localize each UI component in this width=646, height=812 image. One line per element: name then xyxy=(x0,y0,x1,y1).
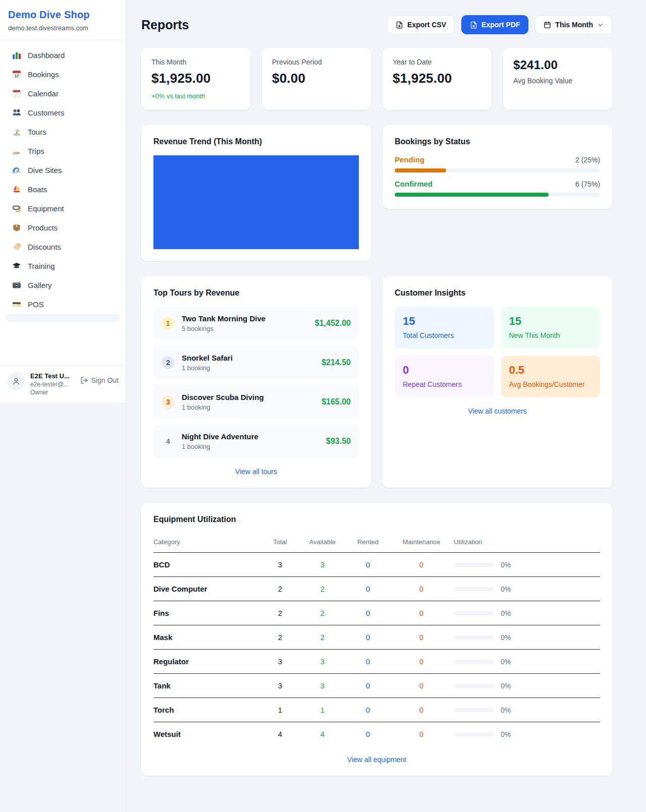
top-tours-title: Top Tours by Revenue xyxy=(153,288,359,298)
tour-name: Two Tank Morning Dive xyxy=(182,314,265,323)
stat-card-avg-booking-value: $241.00 Avg Booking Value xyxy=(503,48,612,110)
avatar xyxy=(7,372,25,390)
stat-delta: +0% vs last month xyxy=(151,92,240,100)
sidebar-item-boats[interactable]: Boats xyxy=(6,180,120,199)
file-download-icon xyxy=(470,21,477,29)
sidebar-item-equipment[interactable]: Equipment xyxy=(6,199,120,218)
col-header-available: Available xyxy=(298,533,347,553)
sidebar-item-trips[interactable]: Trips xyxy=(6,141,120,160)
sidebar-item-discounts[interactable]: Discounts xyxy=(6,237,120,256)
stat-label: This Month xyxy=(151,58,240,66)
rank-badge: 1 xyxy=(162,317,175,330)
status-bar-fill xyxy=(395,168,446,172)
tour-name: Snorkel Safari xyxy=(182,354,233,362)
equipment-utilization-card: Equipment Utilization Category Total Ava… xyxy=(141,503,612,776)
sidebar-item-label: Dashboard xyxy=(28,51,65,60)
sidebar-user-footer: E2E Test U... e2e-tester@... Owner Sign … xyxy=(0,365,126,402)
sidebar-item-bookings[interactable]: 17 Bookings xyxy=(6,65,120,84)
sidebar-item-label: Equipment xyxy=(28,204,64,213)
water-wave-icon xyxy=(12,165,21,175)
calendar-date-icon: 17 xyxy=(12,70,21,79)
export-csv-button[interactable]: Export CSV xyxy=(387,15,455,34)
tour-amount: $1,452.00 xyxy=(315,319,351,328)
export-pdf-button[interactable]: Export PDF xyxy=(461,15,528,34)
chevron-down-icon xyxy=(597,22,604,28)
tour-row: 1 Two Tank Morning Dive 5 bookings $1,45… xyxy=(153,307,359,340)
sidebar-item-tours[interactable]: Tours xyxy=(6,122,120,141)
utilization-bar xyxy=(454,635,494,640)
view-all-equipment-link[interactable]: View all equipment xyxy=(153,756,600,764)
status-label: Pending xyxy=(395,155,424,164)
utilization-bar xyxy=(454,708,494,712)
sidebar-item-dive-sites[interactable]: Dive Sites xyxy=(6,160,120,180)
tile-label: Avg Bookings/Customer xyxy=(509,380,593,388)
tour-amount: $165.00 xyxy=(321,397,351,407)
sidebar-item-label: Calendar xyxy=(28,89,59,98)
sidebar-item-label: Boats xyxy=(28,185,47,194)
tour-name: Discover Scuba Diving xyxy=(182,393,264,401)
tile-value: 15 xyxy=(403,315,486,328)
insight-tile-total-customers: 15 Total Customers xyxy=(395,307,494,349)
sailboat-icon xyxy=(12,185,21,194)
stat-value: $0.00 xyxy=(272,71,361,86)
col-header-rented: Rented xyxy=(347,533,389,553)
export-csv-label: Export CSV xyxy=(407,21,446,29)
sidebar-item-calendar[interactable]: Calendar xyxy=(6,84,120,103)
sidebar-item-products[interactable]: Products xyxy=(6,218,120,237)
user-email: e2e-tester@... xyxy=(30,381,70,388)
period-label: This Month xyxy=(555,21,593,29)
utilization-bar xyxy=(454,563,494,567)
table-row: Tank 3 3 0 0 0% xyxy=(153,674,600,698)
tour-bookings: 1 booking xyxy=(182,443,258,450)
sidebar-item-customers[interactable]: Customers xyxy=(6,103,120,122)
sidebar-item-dashboard[interactable]: Dashboard xyxy=(6,45,120,65)
utilization-bar xyxy=(454,660,494,664)
sidebar-item-pos[interactable]: POS xyxy=(6,295,120,314)
sidebar-item-reports-partial[interactable] xyxy=(6,314,120,322)
stat-card-previous-period: Previous Period $0.00 xyxy=(262,48,371,110)
shop-title: Demo Dive Shop xyxy=(8,9,118,21)
desert-island-icon xyxy=(12,127,21,136)
insight-tile-new-this-month: 15 New This Month xyxy=(501,307,601,349)
sidebar-item-label: Dive Sites xyxy=(28,166,62,175)
period-dropdown[interactable]: This Month xyxy=(535,15,612,34)
sidebar-item-gallery[interactable]: Gallery xyxy=(6,275,120,295)
tile-label: New This Month xyxy=(509,331,593,339)
shop-domain: demo.test.divestreams.com xyxy=(8,24,118,32)
stat-value: $241.00 xyxy=(513,58,602,72)
tour-amount: $93.50 xyxy=(326,437,351,446)
sidebar-nav: Dashboard 17 Bookings Calendar Customers… xyxy=(0,40,126,365)
stat-label: Year to Date xyxy=(393,58,481,66)
stat-label: Previous Period xyxy=(272,58,361,66)
status-label: Confirmed xyxy=(395,180,433,188)
label-tag-icon xyxy=(12,242,21,251)
stat-card-this-month: This Month $1,925.00 +0% vs last month xyxy=(141,48,250,110)
camera-icon xyxy=(12,280,21,289)
bookings-by-status-title: Bookings by Status xyxy=(395,137,600,146)
tour-row: 2 Snorkel Safari 1 booking $214.50 xyxy=(153,346,359,379)
user-role: Owner xyxy=(30,389,70,396)
sidebar-item-training[interactable]: Training xyxy=(6,256,120,275)
revenue-trend-chart xyxy=(153,155,359,249)
view-all-customers-link[interactable]: View all customers xyxy=(395,407,600,415)
package-icon xyxy=(12,223,21,232)
col-header-utilization: Utilization xyxy=(454,533,600,553)
utilization-bar xyxy=(454,732,494,736)
stat-label: Avg Booking Value xyxy=(513,77,602,85)
status-count: 2 (25%) xyxy=(575,156,600,164)
table-row: BCD 3 3 0 0 0% xyxy=(153,553,600,577)
utilization-bar xyxy=(454,684,494,688)
utilization-bar xyxy=(454,611,494,615)
col-header-category: Category xyxy=(153,533,262,553)
bookings-by-status-card: Bookings by Status Pending 2 (25%) Confi… xyxy=(383,125,612,209)
sign-out-button[interactable]: Sign Out xyxy=(80,376,119,384)
view-all-tours-link[interactable]: View all tours xyxy=(153,468,359,476)
diving-mask-icon xyxy=(12,204,21,213)
tour-bookings: 1 booking xyxy=(182,364,233,372)
bar-chart-icon xyxy=(12,50,21,60)
rank-badge: 2 xyxy=(162,356,175,369)
sidebar-item-label: Discounts xyxy=(28,243,61,251)
stat-card-year-to-date: Year to Date $1,925.00 xyxy=(383,48,492,110)
status-count: 6 (75%) xyxy=(575,180,600,188)
user-name: E2E Test U... xyxy=(30,372,70,380)
